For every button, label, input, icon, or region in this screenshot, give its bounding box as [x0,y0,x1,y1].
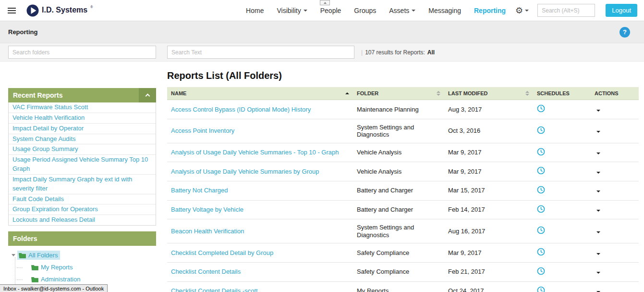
schedule-clock-icon[interactable] [537,104,545,113]
actions-dropdown-button[interactable] [595,271,602,275]
filter-row: | 107 results for Reports: All [0,43,644,62]
last-modified-cell: Mar 15, 2017 [444,181,533,200]
report-link[interactable]: Access Point Inventory [171,127,234,134]
actions-dropdown-button[interactable] [595,109,602,113]
actions-dropdown-button[interactable] [595,209,602,213]
search-folders-input[interactable] [8,46,156,59]
nav-item-label: Assets [389,7,409,14]
report-link[interactable]: Battery Voltage by Vehicle [171,206,243,213]
folder-tree-item-my-reports[interactable]: My Reports [23,261,156,273]
recent-report-link-impact-daily-summary-graph-by-ext-id-wit[interactable]: Impact Daily Summary Graph by ext id wit… [9,175,156,194]
nav-item-reporting[interactable]: Reporting [474,7,506,14]
folder-cell: Vehicle Analysis [353,143,444,162]
report-link[interactable]: Checklist Content Details -scott [171,287,258,292]
schedule-clock-icon[interactable] [537,148,545,156]
global-search-input[interactable] [537,4,595,17]
tree-expander-icon[interactable] [10,252,16,258]
actions-dropdown-button[interactable] [595,130,602,134]
id-systems-logo-icon [26,4,39,17]
recent-report-link-system-change-audits[interactable]: System Change Audits [9,134,156,145]
last-modified-cell: Mar 9, 2017 [444,162,533,181]
recent-reports-panel: Recent Reports VAC Firmware Status Scott… [8,88,156,226]
chevron-down-icon [412,10,415,12]
actions-dropdown-button[interactable] [595,252,602,256]
recent-reports-header: Recent Reports [8,88,156,102]
chevron-down-icon [304,10,307,12]
recent-report-link-lockouts-and-releases-detail[interactable]: Lockouts and Releases Detail [9,215,156,225]
nav-item-label: Messaging [428,7,461,14]
actions-dropdown-button[interactable] [595,152,602,155]
nav-item-people[interactable]: People [320,7,341,14]
settings-gear-menu[interactable]: ⚙ [515,6,529,15]
actions-dropdown-button[interactable] [595,290,602,292]
reports-table: NAMEFOLDERLAST MODIFEDSCHEDULESACTIONS A… [167,87,639,292]
column-header-actions: ACTIONS [591,87,639,100]
hamburger-menu-icon[interactable] [7,4,17,17]
table-row: Access Control Bypass (ID Optional Mode)… [167,100,639,119]
table-row: Checklist Content DetailsSafety Complian… [167,262,639,281]
recent-report-link-group-expiration-for-operators[interactable]: Group Expiration for Operators [9,204,156,215]
actions-dropdown-button[interactable] [595,171,602,175]
recent-report-link-usage-group-summary[interactable]: Usage Group Summary [9,144,156,155]
last-modified-cell: Oct 24, 2017 [444,281,533,292]
schedule-clock-icon[interactable] [537,205,545,213]
chevron-down-icon [596,210,600,212]
logout-button[interactable]: Logout [606,4,637,17]
report-link[interactable]: Battery Not Charged [171,187,228,194]
folder-tree-item-administration[interactable]: Administration [23,273,156,285]
recent-report-link-vac-firmware-status-scott[interactable]: VAC Firmware Status Scott [9,102,156,113]
results-summary: | 107 results for Reports: All [361,49,435,56]
results-text: 107 results for Reports: [365,49,425,56]
last-modified-cell: Feb 21, 2017 [444,262,533,281]
folders-title: Folders [13,235,37,242]
column-header-name[interactable]: NAME [167,87,353,100]
nav-item-groups[interactable]: Groups [354,7,376,14]
nav-item-home[interactable]: Home [246,7,264,14]
column-header-schedules: SCHEDULES [533,87,591,100]
last-modified-cell: Aug 3, 2017 [444,100,533,119]
actions-dropdown-button[interactable] [595,190,602,193]
column-header-last-modifed[interactable]: LAST MODIFED [444,87,533,100]
schedule-clock-icon[interactable] [537,186,545,194]
help-button[interactable]: ? [620,27,630,38]
registered-mark: ® [90,4,93,11]
column-header-folder[interactable]: FOLDER [353,87,444,100]
recent-report-link-impact-detail-by-operator[interactable]: Impact Detail by Operator [9,124,156,134]
actions-dropdown-button[interactable] [595,230,602,234]
search-text-input[interactable] [167,46,354,59]
folders-header: Folders [8,231,156,246]
report-link[interactable]: Access Control Bypass (ID Optional Mode)… [171,106,311,113]
column-label: SCHEDULES [537,90,570,96]
nav-item-label: People [320,7,341,14]
recent-report-link-usage-period-assigned-vehicle-summary-to[interactable]: Usage Period Assigned Vehicle Summary To… [9,155,156,175]
scroll-spinner-artifact[interactable] [320,0,330,5]
schedule-clock-icon[interactable] [537,286,545,292]
report-link[interactable]: Analysis of Usage Daily Vehicle Summarie… [171,149,339,156]
schedule-clock-icon[interactable] [537,248,545,256]
recent-report-link-vehicle-health-verification[interactable]: Vehicle Health Verification [9,113,156,124]
brand-logo[interactable]: I.D. Systems ® [26,4,93,17]
collapse-panel-button[interactable] [139,88,156,102]
recent-report-link-fault-code-details[interactable]: Fault Code Details [9,194,156,205]
column-label: NAME [171,90,186,96]
nav-item-visibility[interactable]: Visibility [277,7,307,14]
nav-item-label: Visibility [277,7,301,14]
last-modified-cell: Aug 16, 2017 [444,219,533,243]
schedule-clock-icon[interactable] [537,126,545,134]
sort-ascending-icon [345,92,349,94]
schedule-clock-icon[interactable] [537,166,545,175]
schedule-clock-icon[interactable] [537,226,545,234]
folder-tree-item-all-folders[interactable]: All Folders [10,249,156,261]
report-link[interactable]: Beacon Health Verification [171,228,244,235]
nav-item-label: Reporting [474,7,506,14]
report-link[interactable]: Checklist Content Details [171,268,241,275]
nav-item-messaging[interactable]: Messaging [428,7,461,14]
report-link[interactable]: Analysis of Usage Daily Vehicle Summarie… [171,168,319,175]
last-modified-cell: Mar 9, 2017 [444,143,533,162]
nav-item-assets[interactable]: Assets [389,7,415,14]
report-link[interactable]: Checklist Completed Detail by Group [171,249,273,256]
schedule-clock-icon[interactable] [537,267,545,275]
nav-item-label: Groups [354,7,376,14]
folder-label: All Folders [28,252,58,259]
folder-cell: Maintenance Planning [353,100,444,119]
